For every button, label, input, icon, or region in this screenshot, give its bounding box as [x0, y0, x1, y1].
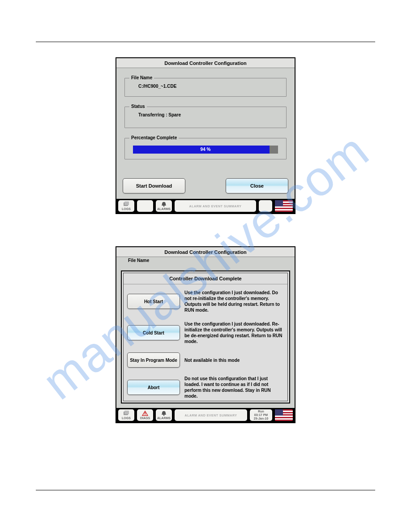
clock-chip: Run 03:17 PM 29-Jan-10: [250, 409, 272, 421]
bottom-toolbar: LOGS DIAGS ALARMS ALARM AND EVENT SUMMAR…: [116, 408, 295, 422]
logs-button[interactable]: LOGS: [118, 200, 134, 212]
button-row: Start Download Close: [123, 178, 288, 193]
cold-start-desc: Use the configuration I just downloaded.…: [184, 321, 283, 344]
svg-point-2: [163, 206, 165, 207]
bottom-toolbar: LOGS ALARMS ALARM AND EVENT SUMMARY: [116, 199, 295, 213]
bar-blank[interactable]: [137, 200, 153, 212]
bar-blank2[interactable]: [259, 200, 272, 212]
close-button[interactable]: Close: [226, 178, 288, 193]
svg-rect-6: [145, 414, 146, 415]
clock-mode: Run: [258, 410, 264, 413]
logs-icon: [123, 411, 130, 416]
svg-rect-5: [145, 412, 146, 414]
stay-program-mode-button[interactable]: Stay In Program Mode: [127, 352, 180, 368]
diags-button[interactable]: DIAGS: [137, 409, 153, 421]
percentage-group: Percentage Complete 94 %: [124, 138, 287, 159]
us-flag-icon[interactable]: [275, 409, 293, 421]
option-row-cold-start: Cold Start Use the configuration I just …: [124, 318, 287, 347]
cold-start-button[interactable]: Cold Start: [127, 325, 180, 340]
status-legend: Status: [129, 104, 147, 109]
stay-program-desc: Not available in this mode: [184, 357, 283, 363]
percentage-legend: Percentage Complete: [129, 135, 179, 140]
hot-start-button[interactable]: Hot Start: [127, 294, 180, 309]
svg-point-7: [163, 415, 165, 416]
svg-rect-1: [124, 202, 129, 205]
alarm-summary-button[interactable]: ALARM AND EVENT SUMMARY: [175, 200, 256, 212]
bell-icon: [160, 411, 167, 416]
file-name-legend: File Name: [129, 75, 154, 80]
file-name-group: File Name C:/HC900_~1.CDE: [124, 78, 287, 97]
diags-label: DIAGS: [140, 416, 150, 420]
clock-time: 03:17 PM: [254, 413, 268, 417]
dialog-title: Controller Download Complete: [124, 273, 287, 284]
download-config-panel: Download Controller Configuration File N…: [116, 57, 295, 214]
logs-icon: [123, 202, 130, 207]
alarm-summary-button[interactable]: ALARM AND EVENT SUMMARY: [175, 409, 247, 421]
page-rule-top: [36, 42, 375, 42]
page-rule-bottom: [36, 490, 375, 490]
clock-date: 29-Jan-10: [254, 417, 268, 420]
summary-label: ALARM AND EVENT SUMMARY: [189, 205, 242, 208]
diags-icon: [141, 411, 149, 416]
logs-button[interactable]: LOGS: [118, 409, 134, 421]
alarms-button[interactable]: ALARMS: [156, 409, 172, 421]
file-name-value: C:/HC900_~1.CDE: [138, 84, 282, 89]
alarms-button[interactable]: ALARMS: [156, 200, 172, 212]
option-row-abort: Abort Do not use this configuration that…: [124, 373, 287, 402]
panel-title: Download Controller Configuration: [116, 247, 295, 257]
abort-button[interactable]: Abort: [127, 380, 180, 395]
status-value: Transferring : Spare: [138, 112, 282, 117]
download-complete-dialog: Controller Download Complete Hot Start U…: [121, 270, 290, 403]
logs-label: LOGS: [122, 207, 131, 210]
option-row-stay-program: Stay In Program Mode Not available in th…: [124, 350, 287, 370]
logs-label: LOGS: [122, 416, 131, 420]
start-download-button[interactable]: Start Download: [123, 178, 185, 193]
progress-text: 94 %: [133, 146, 278, 154]
dialog-inner: Controller Download Complete Hot Start U…: [123, 273, 288, 401]
status-group: Status Transferring : Spare: [124, 107, 287, 128]
panel-body: File Name C:/HC900_~1.CDE Status Transfe…: [116, 68, 295, 199]
bell-icon: [160, 202, 167, 207]
panel-title: Download Controller Configuration: [116, 58, 295, 68]
progress-bar: 94 %: [133, 146, 278, 154]
alarms-label: ALARMS: [157, 207, 171, 210]
download-complete-panel: Download Controller Configuration File N…: [116, 246, 295, 423]
file-name-legend: File Name: [127, 258, 150, 263]
summary-label: ALARM AND EVENT SUMMARY: [185, 414, 237, 417]
option-row-hot-start: Hot Start Use the configuration I just d…: [124, 287, 287, 316]
abort-desc: Do not use this configuration that I jus…: [184, 376, 283, 399]
us-flag-icon[interactable]: [275, 200, 293, 212]
hot-start-desc: Use the configuration I just downloaded.…: [184, 290, 283, 313]
svg-rect-4: [124, 411, 129, 414]
alarms-label: ALARMS: [157, 416, 171, 420]
